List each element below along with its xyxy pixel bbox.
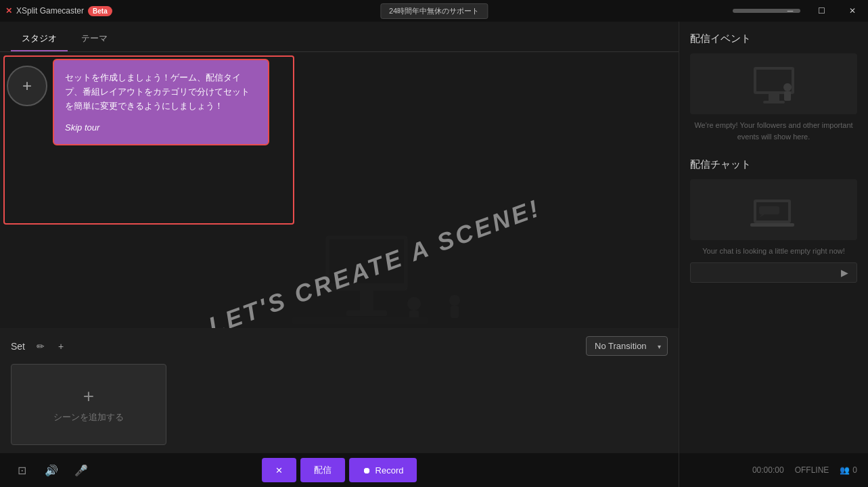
transition-select[interactable]: No Transition Fade Slide [586, 336, 668, 356]
broadcast-button[interactable]: 配信 [300, 458, 345, 482]
chat-input[interactable] [696, 268, 838, 277]
beta-badge: Beta [88, 6, 112, 16]
tooltip-text: セットを作成しましょう！ゲーム、配信タイプ、番組レイアウトをカテゴリで分けてセッ… [65, 71, 257, 113]
plus-icon: + [83, 386, 94, 407]
close-button[interactable]: ✕ [837, 0, 868, 22]
events-empty-text: We're empty! Your followers and other im… [690, 120, 857, 142]
add-scene-label: シーンを追加する [53, 411, 124, 423]
monitor-icon: ⊡ [18, 464, 26, 477]
tab-bar: スタジオ テーマ [0, 22, 679, 52]
window-controls: ─ ☐ ✕ [775, 0, 868, 22]
set-header: Set ✏ + No Transition Fade Slide [11, 336, 668, 356]
mic-icon-button[interactable]: 🎤 [70, 459, 92, 481]
right-panel: 配信イベント We're empty! Your followers and o… [679, 22, 868, 487]
svg-rect-12 [763, 101, 785, 103]
svg-rect-14 [784, 91, 791, 101]
events-title: 配信イベント [690, 32, 857, 45]
minimize-button[interactable]: ─ [775, 0, 806, 22]
tab-theme[interactable]: テーマ [70, 27, 118, 51]
left-panel: スタジオ テーマ [0, 22, 679, 487]
main-layout: スタジオ テーマ [0, 22, 868, 487]
chat-send-button[interactable]: ▶ [838, 266, 851, 279]
switch-button[interactable]: ✕ [262, 458, 296, 482]
svg-rect-2 [360, 290, 373, 310]
add-set-button[interactable]: + [52, 338, 70, 355]
maximize-button[interactable]: ☐ [806, 0, 837, 22]
viewers-icon: 👥 [840, 465, 850, 475]
viewer-count: 👥 0 [840, 465, 857, 475]
chat-title: 配信チャット [690, 158, 857, 171]
add-scene-card[interactable]: + シーンを追加する [11, 364, 166, 445]
titlebar: ✕ XSplit Gamecaster Beta 24時間年中無休のサポート ─… [0, 0, 868, 22]
svg-rect-8 [292, 317, 428, 324]
set-label: Set [11, 341, 25, 352]
viewer-number: 0 [852, 465, 857, 475]
switch-icon: ✕ [275, 465, 283, 476]
chat-empty-text: Your chat is looking a little empty righ… [690, 246, 857, 257]
monitor-icon-button[interactable]: ⊡ [11, 459, 32, 481]
app-name: XSplit Gamecaster [16, 6, 84, 16]
set-area: Set ✏ + No Transition Fade Slide [0, 328, 679, 453]
bottom-bar-left: ⊡ 🔊 🎤 ✕ 配信 ⏺ Record [0, 453, 679, 487]
chat-input-area: ▶ [690, 262, 857, 283]
events-illustration [690, 53, 857, 114]
volume-icon-button[interactable]: 🔊 [41, 459, 62, 481]
add-scene-set-button[interactable]: + [7, 66, 47, 106]
tooltip-content: セットを作成しましょう！ゲーム、配信タイプ、番組レイアウトをカテゴリで分けてセッ… [53, 59, 269, 145]
record-icon: ⏺ [363, 465, 371, 476]
edit-set-button[interactable]: ✏ [32, 338, 49, 355]
app-icon: ✕ [5, 6, 12, 16]
svg-rect-3 [346, 310, 387, 316]
transition-dropdown-wrapper: No Transition Fade Slide ▾ [586, 336, 668, 356]
offline-status: OFFLINE [795, 465, 829, 475]
events-section: 配信イベント We're empty! Your followers and o… [690, 32, 857, 142]
svg-rect-18 [759, 206, 779, 214]
transition-dropdown: No Transition Fade Slide ▾ [586, 336, 668, 356]
record-button[interactable]: ⏺ Record [349, 458, 417, 482]
content-area: LET'S CREATE A SCENE! + セットを作成しましょう！ゲーム、… [0, 52, 679, 487]
svg-point-13 [783, 83, 792, 91]
tab-studio[interactable]: スタジオ [11, 27, 68, 51]
svg-rect-17 [750, 223, 794, 227]
mic-icon: 🎤 [74, 464, 88, 477]
volume-icon: 🔊 [45, 464, 58, 477]
skip-tour-link[interactable]: Skip tour [65, 122, 99, 133]
chat-section: 配信チャット Your chat is looking a little emp… [690, 158, 857, 283]
status-bar: 00:00:00 OFFLINE 👥 0 [679, 453, 868, 487]
scene-grid: + シーンを追加する [11, 364, 668, 445]
tooltip-popup: + セットを作成しましょう！ゲーム、配信タイプ、番組レイアウトをカテゴリで分けて… [7, 59, 269, 145]
svg-point-6 [449, 295, 460, 306]
center-controls: ✕ 配信 ⏺ Record [262, 458, 417, 482]
time-display: 00:00:00 [752, 465, 784, 475]
record-label: Record [375, 465, 404, 476]
svg-rect-7 [451, 306, 459, 318]
svg-point-4 [407, 297, 421, 310]
chat-illustration [690, 179, 857, 240]
support-button[interactable]: 24時間年中無休のサポート [380, 3, 488, 19]
svg-rect-11 [769, 94, 779, 101]
